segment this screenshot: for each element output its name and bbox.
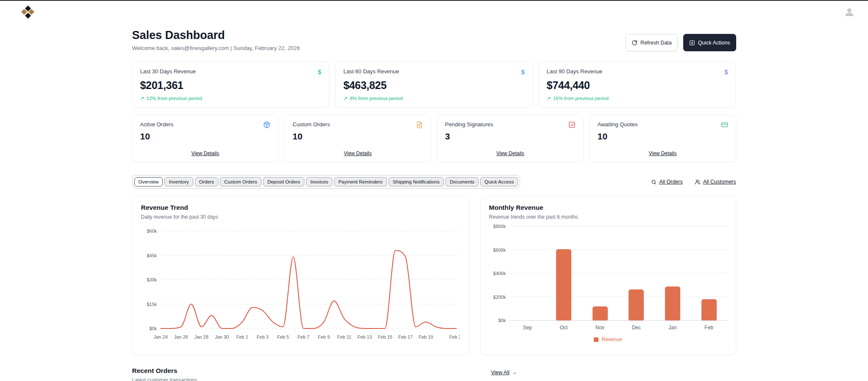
bar-slot — [618, 227, 655, 320]
revenue-line — [161, 250, 456, 328]
card-label: Last 30 Days Revenue — [140, 68, 196, 75]
all-orders-link[interactable]: All Orders — [651, 179, 683, 185]
card-last-90-days-revenue: Last 90 Days Revenue $ $744,440 ↗ 15% fr… — [539, 61, 736, 108]
user-avatar-icon[interactable] — [843, 6, 855, 18]
tab-payment-reminders[interactable]: Payment Reminders — [334, 177, 387, 186]
card-change: ↗ 12% from previous period — [140, 96, 322, 101]
dollar-sign-icon: $ — [724, 68, 728, 75]
card-label: Awaiting Quotes — [598, 121, 637, 128]
tab-invoices[interactable]: Invoices — [306, 177, 332, 186]
x-axis-tick: Feb 13 — [357, 334, 372, 339]
y-axis-tick: $600k — [489, 248, 506, 253]
y-axis-tick: $45k — [147, 253, 157, 258]
trend-up-icon: ↗ — [343, 96, 348, 101]
card-custom-orders: Custom Orders 10 View Details — [284, 114, 431, 162]
page-subtitle: Welcome back, sales@finesgallery.com | S… — [132, 45, 300, 51]
tab-deposit-orders[interactable]: Deposit Orders — [263, 177, 304, 186]
tab-documents[interactable]: Documents — [445, 177, 479, 186]
gallery-logo-icon[interactable] — [22, 6, 33, 18]
chart-title: Monthly Revenue — [489, 204, 727, 211]
card-label: Active Orders — [140, 121, 174, 128]
recent-orders-section: Recent Orders Latest customer transactio… — [132, 367, 517, 381]
card-pending-signatures: Pending Signatures 3 View Details — [437, 114, 584, 162]
x-axis-tick: Feb 19 — [418, 334, 433, 339]
view-details-link[interactable]: View Details — [649, 150, 677, 156]
view-all-link[interactable]: View All → — [491, 370, 517, 375]
view-details-link[interactable]: View Details — [496, 150, 524, 156]
x-axis-tick: Feb 5 — [277, 334, 289, 339]
view-details-link[interactable]: View Details — [191, 150, 219, 156]
bar-slot — [545, 227, 582, 320]
bar-oct — [556, 249, 571, 320]
revenue-cards-row: Last 30 Days Revenue $ $201,361 ↗ 12% fr… — [132, 61, 736, 108]
topbar — [0, 1, 868, 23]
bar-plot: $0k$200k$400k$600k$800k — [509, 227, 727, 321]
x-axis-tick: Feb 15 — [378, 334, 392, 339]
card-value: 10 — [140, 131, 271, 142]
x-axis-tick: Jan — [654, 325, 691, 331]
refresh-data-button[interactable]: Refresh Data — [626, 34, 678, 51]
users-icon — [695, 179, 701, 185]
dollar-sign-icon: $ — [521, 68, 524, 75]
credit-card-icon — [721, 121, 728, 128]
bar-slot — [509, 227, 546, 320]
quick-actions-button[interactable]: Quick Actions — [683, 34, 736, 51]
revenue-trend-line-chart: $0k$15k$30k$45k$60kJan 24Jan 26Jan 28Jan… — [141, 225, 460, 348]
card-label: Custom Orders — [292, 121, 330, 128]
chart-subtitle: Revenue trends over the past 6 months — [489, 214, 727, 220]
package-icon — [263, 121, 270, 128]
revenue-trend-chart-card: Revenue Trend Daily revenue for the past… — [132, 196, 469, 355]
y-axis-tick: $200k — [489, 295, 506, 300]
card-value: $463,825 — [343, 79, 525, 92]
bar-slot — [654, 227, 691, 320]
bar-dec — [629, 289, 644, 320]
search-icon — [651, 179, 657, 185]
card-value: $201,361 — [140, 79, 322, 92]
x-axis-tick: Feb 7 — [297, 334, 309, 339]
bar-slot — [582, 227, 618, 320]
all-customers-link[interactable]: All Customers — [695, 179, 736, 185]
y-axis-tick: $0k — [149, 326, 157, 331]
page-header: Sales Dashboard Welcome back, sales@fine… — [132, 29, 736, 51]
tabs-row: Overview Inventory Orders Custom Orders … — [132, 175, 736, 189]
bar-jan — [665, 286, 680, 320]
x-axis-tick: Oct — [545, 325, 582, 331]
card-last-30-days-revenue: Last 30 Days Revenue $ $201,361 ↗ 12% fr… — [132, 61, 330, 108]
monthly-revenue-chart-card: Monthly Revenue Revenue trends over the … — [480, 196, 736, 355]
bar-nov — [593, 306, 608, 320]
card-value: 10 — [598, 131, 728, 142]
card-awaiting-quotes: Awaiting Quotes 10 View Details — [590, 114, 736, 162]
card-label: Last 90 Days Revenue — [547, 68, 603, 75]
view-details-link[interactable]: View Details — [344, 150, 372, 156]
gridline — [509, 226, 727, 226]
x-axis-tick: Jan 26 — [174, 334, 188, 339]
charts-row: Revenue Trend Daily revenue for the past… — [132, 196, 736, 355]
dashboard-page: Sales Dashboard Welcome back, sales@fine… — [132, 29, 736, 381]
x-axis-tick: Feb 17 — [398, 334, 412, 339]
chart-subtitle: Daily revenue for the past 30 days — [141, 214, 460, 220]
tab-shipping-notifications[interactable]: Shipping Notifications — [389, 177, 444, 186]
legend-swatch — [594, 337, 598, 342]
monthly-revenue-bar-chart: $0k$200k$400k$600k$800kSepOctNovDecJanFe… — [489, 227, 727, 331]
refresh-icon — [632, 40, 637, 46]
x-axis-tick: Feb 11 — [337, 334, 351, 339]
card-change: ↗ 15% from previous period — [547, 96, 728, 101]
tab-custom-orders[interactable]: Custom Orders — [220, 177, 262, 186]
card-label: Last 60 Days Revenue — [343, 68, 399, 75]
card-value: 3 — [445, 131, 576, 142]
chart-legend: Revenue — [489, 337, 727, 342]
recent-orders-subtitle: Latest customer transactions — [132, 377, 197, 381]
y-axis-tick: $60k — [147, 228, 157, 234]
line-chart-svg: $0k$15k$30k$45k$60kJan 24Jan 26Jan 28Jan… — [141, 225, 460, 346]
tab-orders[interactable]: Orders — [195, 177, 218, 186]
card-last-60-days-revenue: Last 60 Days Revenue $ $463,825 ↗ 8% fro… — [335, 61, 533, 108]
tab-inventory[interactable]: Inventory — [164, 177, 193, 186]
trend-up-icon: ↗ — [140, 96, 145, 101]
card-active-orders: Active Orders 10 View Details — [132, 114, 279, 162]
tab-overview[interactable]: Overview — [134, 177, 163, 186]
bar-slot — [691, 227, 727, 320]
bar-feb — [701, 299, 717, 320]
x-axis-tick: Jan 28 — [194, 334, 208, 339]
x-axis-tick: Dec — [618, 325, 655, 331]
tab-quick-access[interactable]: Quick Access — [480, 177, 518, 186]
